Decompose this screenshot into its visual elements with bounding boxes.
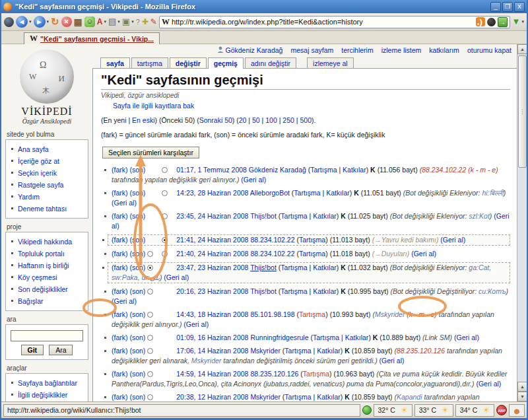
close-button[interactable]: X — [514, 2, 525, 12]
download-helper-icon[interactable]: ▼ — [512, 16, 521, 28]
revision-radio[interactable] — [147, 371, 153, 377]
sidebar-link[interactable]: Son değişiklikler — [18, 285, 68, 293]
revert-link[interactable]: (Geri al) — [476, 380, 501, 388]
diff-link[interactable]: (fark) — [112, 333, 128, 341]
revert-link[interactable]: (Geri al) — [112, 297, 137, 305]
revision-radio[interactable] — [147, 348, 153, 354]
diff-link[interactable]: (fark) — [112, 166, 128, 174]
summary-link[interactable]: cu:Котъ — [478, 287, 506, 295]
url-text[interactable]: http://tr.wikipedia.org/w/index.php?titl… — [172, 18, 474, 26]
revision-radio[interactable] — [147, 265, 153, 271]
revert-link[interactable]: (Geri al) — [183, 320, 209, 328]
user-talk-link[interactable]: Tartışma — [310, 166, 337, 174]
user-link[interactable]: 85.101.98.198 — [250, 310, 294, 318]
sidebar-link[interactable]: Sayfaya bağlantılar — [18, 379, 77, 387]
logout-link[interactable]: oturumu kapat — [467, 46, 512, 54]
user-contribs-link[interactable]: Katkılar — [313, 212, 337, 220]
summary-link[interactable]: Mskyrider — [191, 357, 222, 365]
preferences-link[interactable]: tercihlerim — [341, 46, 373, 54]
diff-link[interactable]: (fark) — [112, 347, 128, 355]
revision-date-link[interactable]: 17:06, 14 Haziran 2008 — [176, 347, 248, 355]
last-link[interactable]: (son) — [129, 189, 145, 197]
fonts-icon[interactable]: A — [97, 16, 103, 28]
sidebar-link[interactable]: Rastgele sayfa — [18, 181, 63, 189]
pager-link[interactable]: 250 — [282, 116, 294, 124]
compare-revisions-button[interactable]: Seçilen sürümleri karşılaştır — [102, 147, 199, 158]
diff-link[interactable]: (fark) — [112, 236, 128, 244]
diff-link[interactable]: (fark) — [112, 370, 128, 378]
summary-link[interactable]: szl:Kot — [469, 212, 490, 220]
circle-icon[interactable] — [487, 18, 496, 26]
back-button[interactable]: ◀ — [16, 16, 28, 28]
revision-date-link[interactable]: 23:45, 24 Haziran 2008 — [176, 212, 248, 220]
forward-dropdown-icon[interactable]: ▾ — [47, 19, 50, 24]
weather-widget-3[interactable]: 34° C☀ — [455, 404, 494, 417]
last-link[interactable]: (son) — [129, 393, 145, 401]
search-go-button[interactable]: Git — [21, 345, 44, 355]
scroll-down-button[interactable]: ▼ — [517, 392, 527, 402]
revision-date-link[interactable]: 23:47, 23 Haziran 2008 — [176, 263, 248, 271]
sidebar-link[interactable]: Vikipedi hakkında — [18, 238, 72, 246]
sidebar-link[interactable]: İlgili değişiklikler — [18, 391, 67, 399]
download-dropdown-icon[interactable]: ▾ — [521, 19, 524, 24]
revision-date-link[interactable]: 20:16, 23 Haziran 2008 — [176, 287, 248, 295]
last-link[interactable]: (son) — [129, 333, 145, 341]
revert-link[interactable]: (Geri al) — [112, 199, 137, 207]
pager-link[interactable]: 500 — [300, 116, 312, 124]
user-talk-link[interactable]: Tartışma — [280, 287, 307, 295]
scroll-up-button[interactable]: ▲ — [517, 44, 527, 54]
last-link[interactable]: (son) — [129, 347, 145, 355]
revision-date-link[interactable]: 14:43, 18 Haziran 2008 — [176, 310, 248, 318]
summary-section-link[interactable]: (→Yavru kedi bakımı) — [372, 236, 439, 244]
forward-button[interactable]: ▶ — [34, 16, 46, 28]
search-input[interactable] — [11, 330, 83, 341]
rss-icon[interactable] — [476, 17, 485, 26]
status-green-icon[interactable] — [362, 405, 372, 415]
user-link[interactable]: Thijs!bot — [250, 263, 277, 271]
revert-link[interactable]: (Geri al) — [454, 333, 479, 341]
pager-link[interactable]: 20 — [239, 116, 247, 124]
diff-link[interactable]: (fark) — [112, 189, 128, 197]
revision-date-link[interactable]: 21:41, 24 Haziran 2008 — [176, 236, 248, 244]
last-link[interactable]: (son) — [129, 212, 145, 220]
tab-geçmiş[interactable]: geçmiş — [208, 57, 244, 68]
fonts-dropdown-icon[interactable]: ▾ — [104, 19, 107, 24]
last-link[interactable]: (son) — [129, 287, 145, 295]
last-link[interactable]: (son) — [129, 310, 145, 318]
revision-radio[interactable] — [162, 190, 168, 196]
weather-widget-1[interactable]: 32° C☀ — [374, 404, 412, 417]
last-link[interactable]: (son) — [129, 236, 145, 244]
user-contribs-link[interactable]: Katkılar — [345, 333, 369, 341]
revision-radio[interactable] — [147, 251, 153, 257]
user-link[interactable]: 88.235.120.126 — [250, 370, 298, 378]
summary-link[interactable]: Kapandi — [397, 393, 422, 401]
user-link[interactable]: 88.234.102.22 — [250, 236, 294, 244]
sidebar-link[interactable]: İçeriğe göz at — [18, 157, 59, 165]
pager-link[interactable]: 50 — [252, 116, 260, 124]
revert-link[interactable]: (Geri al) — [241, 176, 266, 184]
maximize-button[interactable]: ❐ — [502, 2, 513, 12]
sidebar-link[interactable]: Ana sayfa — [18, 145, 49, 153]
user-talk-link[interactable]: Tartışma — [280, 212, 307, 220]
summary-section-link[interactable]: (→Duyuları) — [372, 250, 410, 258]
user-link[interactable]: Mskyrider — [250, 347, 280, 355]
grid-icon[interactable]: ▦ — [74, 16, 82, 28]
revert-link[interactable]: (Geri al) — [380, 357, 405, 365]
user-link[interactable]: Runningfridgesrule — [250, 333, 308, 341]
user-link[interactable]: Mskyrider — [250, 393, 280, 401]
last-link[interactable]: (son) — [129, 166, 145, 174]
user-talk-link[interactable]: Tartışma — [284, 393, 311, 401]
extension-icon[interactable]: ☻ — [509, 404, 525, 417]
mascot-icon[interactable]: ☺ — [84, 17, 95, 27]
edit-icon[interactable]: ✎ — [150, 16, 157, 28]
tab-izlemeye-al[interactable]: izlemeye al — [307, 57, 354, 68]
diff-link[interactable]: (fark) — [112, 263, 128, 271]
user-link[interactable]: AlleborgoBot — [250, 189, 290, 197]
adblock-icon[interactable]: ABP — [496, 405, 507, 415]
user-link[interactable]: 88.234.102.22 — [250, 250, 294, 258]
user-page-link[interactable]: Gökdeniz Karadağ — [217, 46, 282, 54]
diff-link[interactable]: (fark) — [112, 212, 128, 220]
print-button[interactable]: ▤ — [108, 16, 116, 28]
revision-radio[interactable] — [162, 167, 168, 173]
revision-date-link[interactable]: 21:40, 24 Haziran 2008 — [176, 250, 248, 258]
